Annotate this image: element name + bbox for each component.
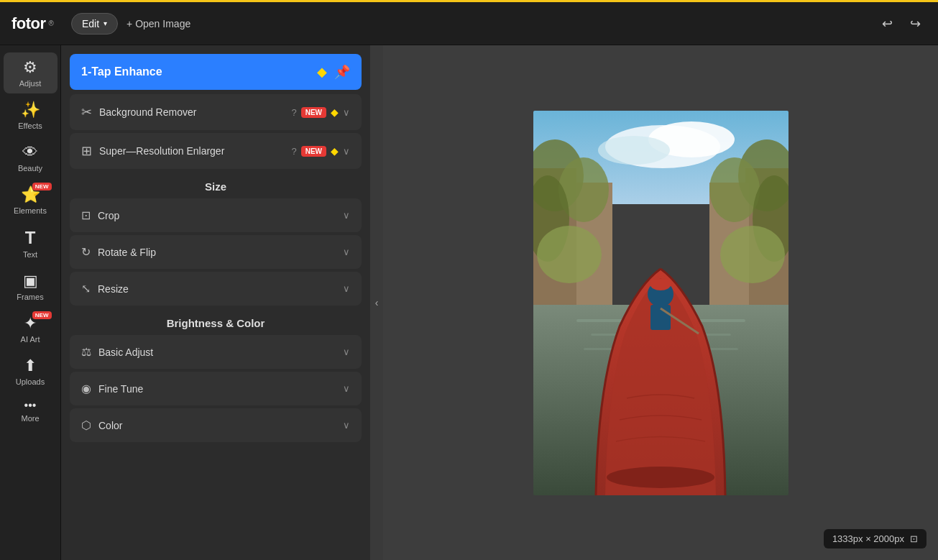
- tool-panel: 1-Tap Enhance ◆ 📌 ✂ Background Remover ?…: [61, 45, 370, 560]
- open-image-label: + Open Image: [127, 18, 190, 29]
- edit-label: Edit: [82, 18, 99, 29]
- crop-header: ⊡ Crop ∨: [70, 198, 362, 232]
- sidebar-collapse-toggle[interactable]: ‹: [370, 45, 383, 560]
- super-res-new-tag: NEW: [301, 146, 326, 157]
- topbar: fotor® Edit ▾ + Open Image ↩ ↪: [0, 2, 938, 45]
- one-tap-icons: ◆ 📌: [317, 64, 350, 80]
- diamond-icon: ◆: [317, 64, 327, 80]
- bg-remover-diamond-icon: ◆: [331, 106, 339, 118]
- ai-art-label: AI Art: [21, 335, 40, 344]
- main-image: [533, 111, 788, 495]
- color-chevron: ∨: [343, 420, 350, 431]
- basic-adjust-chevron: ∨: [343, 346, 350, 357]
- resize-panel[interactable]: ⤡ Resize ∨: [70, 272, 362, 306]
- sidebar-item-ai-art[interactable]: NEW ✦ AI Art: [4, 308, 58, 349]
- logo-text: fotor: [12, 14, 46, 33]
- sidebar-item-frames[interactable]: ▣ Frames: [4, 266, 58, 307]
- image-container: [533, 111, 788, 495]
- rotate-icon: ↻: [81, 245, 91, 259]
- crop-panel[interactable]: ⊡ Crop ∨: [70, 198, 362, 232]
- image-dimensions: 1333px × 2000px: [832, 533, 904, 544]
- color-header: ⬡ Color ∨: [70, 408, 362, 442]
- crop-chevron: ∨: [343, 210, 350, 221]
- image-icon: ⊡: [910, 533, 918, 544]
- image-status-bar: 1333px × 2000px ⊡: [824, 529, 926, 548]
- svg-point-15: [720, 226, 785, 283]
- ai-art-new-badge: NEW: [32, 311, 52, 319]
- fine-tune-panel[interactable]: ◉ Fine Tune ∨: [70, 372, 362, 405]
- color-label: Color: [98, 420, 336, 431]
- beauty-icon: 👁: [22, 143, 38, 162]
- main-area: ⚙ Adjust ✨ Effects 👁 Beauty NEW ⭐ Elemen…: [0, 45, 938, 560]
- svg-point-26: [607, 467, 714, 488]
- fine-tune-chevron: ∨: [343, 383, 350, 394]
- basic-adjust-label: Basic Adjust: [98, 346, 336, 358]
- pin-icon: 📌: [334, 64, 350, 80]
- one-tap-label: 1-Tap Enhance: [81, 65, 162, 78]
- frames-label: Frames: [17, 293, 43, 301]
- sidebar-item-effects[interactable]: ✨ Effects: [4, 95, 58, 136]
- one-tap-enhance-button[interactable]: 1-Tap Enhance ◆ 📌: [70, 54, 362, 90]
- size-heading: Size: [61, 180, 370, 193]
- logo-reg: ®: [49, 19, 54, 27]
- sidebar-item-uploads[interactable]: ⬆ Uploads: [4, 351, 58, 392]
- bg-remover-item[interactable]: ✂ Background Remover ? NEW ◆ ∨: [70, 94, 362, 130]
- super-res-chevron: ∨: [343, 146, 350, 157]
- resize-chevron: ∨: [343, 283, 350, 294]
- svg-rect-23: [650, 280, 671, 287]
- more-icon: •••: [24, 399, 37, 412]
- resize-label: Resize: [98, 283, 336, 295]
- uploads-icon: ⬆: [24, 357, 37, 375]
- undo-button[interactable]: ↩: [876, 13, 898, 35]
- edit-dropdown-arrow: ▾: [104, 19, 107, 27]
- sidebar-item-elements[interactable]: NEW ⭐ Elements: [4, 180, 58, 221]
- elements-new-badge: NEW: [32, 183, 52, 191]
- scissors-icon: ✂: [81, 104, 92, 120]
- color-panel[interactable]: ⬡ Color ∨: [70, 408, 362, 442]
- fine-tune-header: ◉ Fine Tune ∨: [70, 372, 362, 405]
- resize-header: ⤡ Resize ∨: [70, 272, 362, 306]
- edit-button[interactable]: Edit ▾: [71, 13, 118, 35]
- rotate-panel[interactable]: ↻ Rotate & Flip ∨: [70, 235, 362, 269]
- undo-redo-group: ↩ ↪: [876, 13, 926, 35]
- crop-label: Crop: [98, 210, 336, 221]
- sidebar-toggle-arrow: ‹: [375, 297, 379, 308]
- rotate-label: Rotate & Flip: [98, 247, 336, 258]
- basic-adjust-panel[interactable]: ⚖ Basic Adjust ∨: [70, 335, 362, 369]
- sidebar-item-adjust[interactable]: ⚙ Adjust: [4, 52, 58, 93]
- sidebar-item-beauty[interactable]: 👁 Beauty: [4, 137, 58, 178]
- fine-tune-icon: ◉: [81, 382, 91, 395]
- uploads-label: Uploads: [16, 377, 45, 386]
- super-res-help-icon: ?: [291, 146, 296, 157]
- rotate-chevron: ∨: [343, 247, 350, 257]
- bg-remover-label: Background Remover: [99, 106, 284, 118]
- resize-icon: ⤡: [81, 282, 91, 295]
- more-label: More: [21, 414, 39, 423]
- sidebar-item-more[interactable]: ••• More: [4, 393, 58, 428]
- super-res-item[interactable]: ⊞ Super—Resolution Enlarger ? NEW ◆ ∨: [70, 133, 362, 169]
- redo-button[interactable]: ↪: [904, 13, 926, 35]
- open-image-button[interactable]: + Open Image: [127, 18, 190, 29]
- basic-adjust-icon: ⚖: [81, 345, 91, 359]
- enlarge-icon: ⊞: [81, 143, 92, 159]
- fine-tune-label: Fine Tune: [98, 383, 336, 395]
- crop-icon: ⊡: [81, 208, 91, 222]
- adjust-icon: ⚙: [23, 58, 37, 77]
- svg-point-3: [598, 136, 670, 165]
- beauty-label: Beauty: [18, 164, 42, 173]
- logo: fotor®: [12, 14, 54, 33]
- color-icon: ⬡: [81, 418, 91, 432]
- bg-remover-help-icon: ?: [291, 107, 296, 118]
- svg-point-14: [537, 226, 602, 283]
- adjust-label: Adjust: [19, 79, 42, 88]
- elements-label: Elements: [14, 206, 47, 215]
- effects-label: Effects: [18, 121, 42, 130]
- sidebar-item-text[interactable]: T Text: [4, 222, 58, 265]
- canvas-area: 1333px × 2000px ⊡: [383, 45, 938, 560]
- effects-icon: ✨: [21, 101, 40, 119]
- text-icon: T: [25, 228, 36, 248]
- svg-point-12: [709, 157, 760, 222]
- brightness-heading: Brightness & Color: [61, 317, 370, 329]
- icon-sidebar: ⚙ Adjust ✨ Effects 👁 Beauty NEW ⭐ Elemen…: [0, 45, 61, 560]
- super-res-diamond-icon: ◆: [331, 145, 339, 157]
